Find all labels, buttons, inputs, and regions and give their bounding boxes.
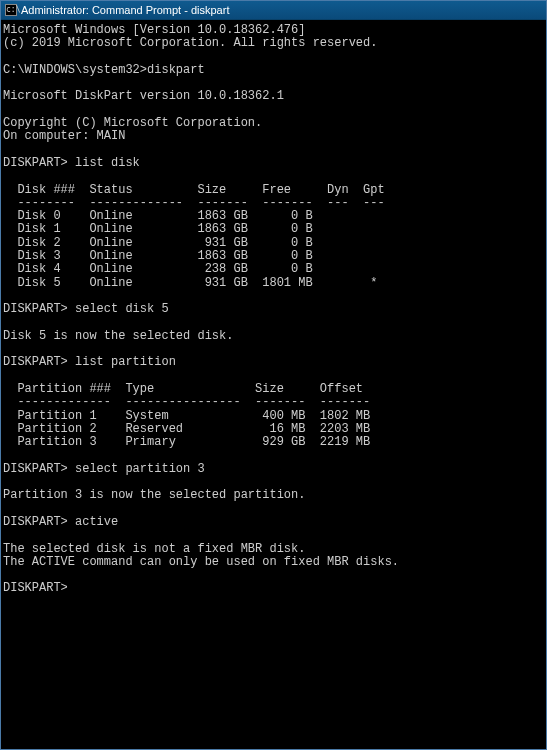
- window-titlebar[interactable]: c:\ Administrator: Command Prompt - disk…: [1, 1, 546, 20]
- terminal-output[interactable]: Microsoft Windows [Version 10.0.18362.47…: [1, 20, 546, 750]
- terminal-line: Partition 3 is now the selected partitio…: [3, 488, 305, 502]
- cmd-icon: c:\: [5, 4, 17, 16]
- disk-table-header: Disk ### Status Size Free Dyn Gpt: [3, 183, 385, 197]
- partition-table-row: Partition 3 Primary 929 GB 2219 MB: [3, 435, 370, 449]
- terminal-line: On computer: MAIN: [3, 129, 125, 143]
- terminal-line: DISKPART> select partition 3: [3, 462, 205, 476]
- terminal-line: Microsoft DiskPart version 10.0.18362.1: [3, 89, 284, 103]
- terminal-line: C:\WINDOWS\system32>diskpart: [3, 63, 205, 77]
- disk-table-row: Disk 0 Online 1863 GB 0 B: [3, 209, 313, 223]
- terminal-line: DISKPART> active: [3, 515, 118, 529]
- partition-table-header: Partition ### Type Size Offset: [3, 382, 363, 396]
- terminal-line: DISKPART> list partition: [3, 355, 176, 369]
- disk-table-row: Disk 3 Online 1863 GB 0 B: [3, 249, 313, 263]
- partition-table-divider: ------------- ---------------- ------- -…: [3, 395, 370, 409]
- disk-table-row: Disk 4 Online 238 GB 0 B: [3, 262, 313, 276]
- partition-table-row: Partition 2 Reserved 16 MB 2203 MB: [3, 422, 370, 436]
- terminal-line: DISKPART> list disk: [3, 156, 140, 170]
- terminal-line: (c) 2019 Microsoft Corporation. All righ…: [3, 36, 377, 50]
- terminal-line: Copyright (C) Microsoft Corporation.: [3, 116, 262, 130]
- terminal-prompt[interactable]: DISKPART>: [3, 581, 68, 595]
- disk-table-row: Disk 2 Online 931 GB 0 B: [3, 236, 313, 250]
- disk-table-row: Disk 1 Online 1863 GB 0 B: [3, 222, 313, 236]
- terminal-line: Disk 5 is now the selected disk.: [3, 329, 233, 343]
- window-title: Administrator: Command Prompt - diskpart: [21, 4, 229, 16]
- terminal-line: The ACTIVE command can only be used on f…: [3, 555, 399, 569]
- partition-table-row: Partition 1 System 400 MB 1802 MB: [3, 409, 370, 423]
- terminal-line: The selected disk is not a fixed MBR dis…: [3, 542, 305, 556]
- terminal-line: Microsoft Windows [Version 10.0.18362.47…: [3, 23, 305, 37]
- disk-table-divider: -------- ------------- ------- ------- -…: [3, 196, 385, 210]
- terminal-line: DISKPART> select disk 5: [3, 302, 169, 316]
- disk-table-row: Disk 5 Online 931 GB 1801 MB *: [3, 276, 377, 290]
